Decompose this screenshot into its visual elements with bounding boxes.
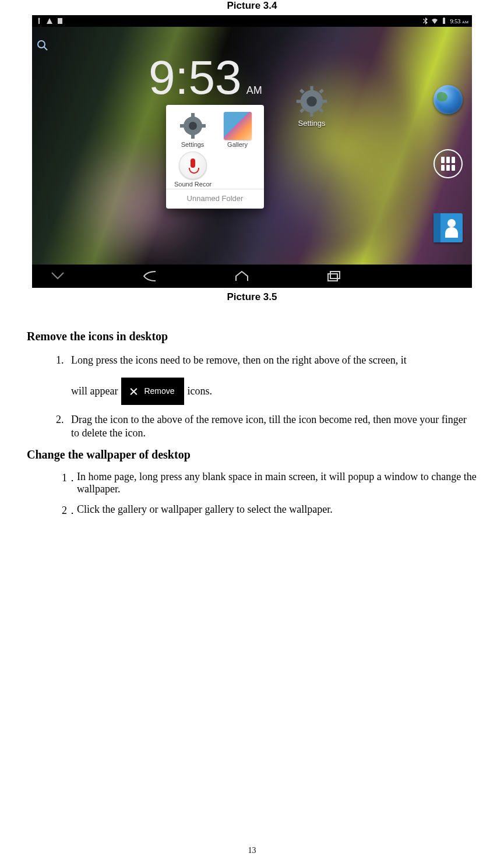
svg-point-16 (189, 122, 197, 130)
svg-point-6 (306, 96, 317, 107)
caption-picture-3-4: Picture 3.4 (6, 0, 498, 12)
page-number: 13 (0, 846, 504, 855)
settings-shortcut[interactable]: Settings (293, 85, 330, 128)
remove-label: Remove (144, 386, 174, 396)
caption-picture-3-5: Picture 3.5 (6, 291, 498, 303)
folder-item-settings[interactable]: Settings (174, 112, 211, 148)
heading-change-wallpaper: Change the wallpaper of desktop (27, 448, 477, 461)
clock-minute: 53 (188, 54, 241, 101)
clock-hour: 9 (149, 54, 175, 101)
folder-item-sound-recorder[interactable]: Sound Recorder (174, 151, 212, 188)
warning-icon (46, 17, 53, 24)
step-wallpaper-1: In home page, long press any blank space… (62, 471, 477, 495)
usb-icon (36, 17, 43, 24)
android-screenshot: 9:53 AM 9 : 53 AM (32, 15, 472, 288)
svg-rect-21 (328, 274, 337, 281)
svg-rect-1 (443, 18, 445, 24)
folder-popup: Settings Gallery Sound Recorder Unnamed … (166, 105, 264, 209)
google-search-icon[interactable] (36, 38, 50, 52)
settings-label: Settings (293, 119, 330, 128)
folder-item-label: Gallery (219, 141, 256, 148)
gear-icon (295, 85, 328, 118)
clock-widget[interactable]: 9 : 53 AM (149, 50, 262, 105)
folder-item-label: Settings (174, 141, 211, 148)
svg-rect-10 (322, 100, 327, 103)
nav-back-button[interactable] (142, 270, 158, 282)
svg-rect-9 (297, 100, 302, 103)
gallery-icon (224, 112, 252, 140)
nav-recent-button[interactable] (326, 270, 342, 282)
close-icon (129, 387, 138, 396)
status-bar: 9:53 AM (32, 15, 472, 27)
app-drawer-button[interactable] (433, 149, 463, 178)
nav-hide-button[interactable] (50, 270, 66, 282)
battery-icon (440, 17, 447, 24)
svg-rect-8 (310, 112, 313, 117)
nav-home-button[interactable] (234, 270, 250, 282)
wifi-icon (431, 17, 438, 24)
microphone-icon (179, 151, 207, 179)
svg-rect-2 (443, 17, 445, 18)
clock-ampm: AM (246, 84, 262, 97)
svg-rect-7 (310, 86, 313, 91)
step-remove-1: Long press the icons need to be remove, … (66, 354, 477, 405)
bluetooth-icon (422, 17, 429, 24)
remove-chip: Remove (121, 378, 184, 404)
step-remove-2: Drag the icon to the above of the remove… (66, 413, 477, 440)
folder-item-gallery[interactable]: Gallery (219, 112, 256, 148)
svg-rect-18 (191, 134, 195, 139)
sd-icon (57, 17, 64, 24)
folder-title[interactable]: Unnamed Folder (166, 189, 264, 209)
svg-rect-22 (330, 272, 340, 279)
step-wallpaper-2: Click the gallery or wallpaper gallery t… (62, 503, 477, 516)
status-clock: 9:53 AM (450, 18, 468, 24)
grid-icon (441, 157, 455, 171)
svg-rect-19 (180, 124, 185, 128)
navigation-bar (32, 265, 472, 288)
contacts-icon[interactable] (433, 213, 463, 242)
browser-icon[interactable] (433, 85, 463, 114)
svg-rect-0 (58, 18, 62, 24)
svg-rect-20 (201, 124, 206, 128)
clock-colon: : (175, 50, 189, 105)
folder-item-label: Sound Recorder (174, 181, 212, 188)
svg-rect-13 (319, 89, 324, 94)
svg-line-4 (44, 47, 47, 50)
svg-rect-11 (299, 89, 305, 94)
svg-rect-17 (191, 113, 195, 118)
heading-remove-icons: Remove the icons in desktop (27, 330, 477, 343)
gear-icon (179, 112, 207, 140)
